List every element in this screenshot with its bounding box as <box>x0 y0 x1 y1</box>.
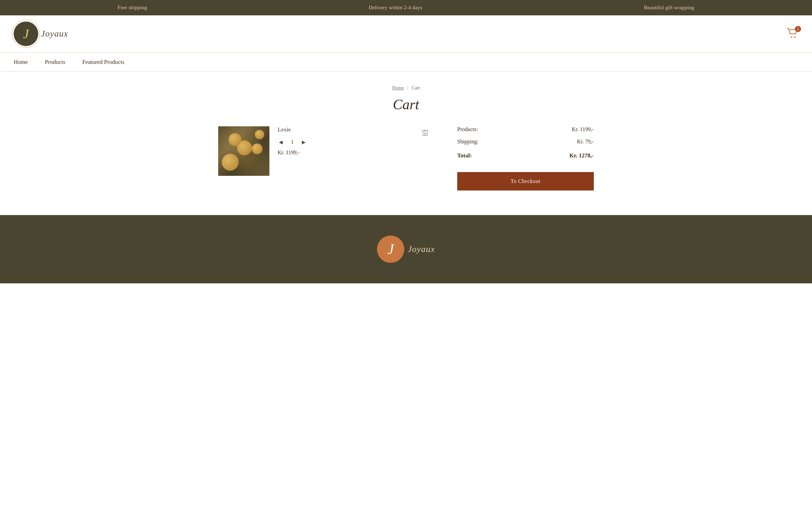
cart-icon-button[interactable]: 1 <box>787 28 798 40</box>
cart-badge: 1 <box>795 26 801 32</box>
nav-item-products[interactable]: Products <box>45 59 66 66</box>
table-row: Lexie ◀ 1 ▶ Kr. 1199,- <box>218 126 430 176</box>
quantity-value: 1 <box>289 139 296 145</box>
svg-point-0 <box>791 37 792 38</box>
logo-circle: J <box>14 22 38 46</box>
shipping-row: Shipping: Kr. 79,- <box>457 139 594 145</box>
breadcrumb-separator: / <box>407 85 408 90</box>
quantity-decrease-button[interactable]: ◀ <box>278 139 284 145</box>
delete-item-button[interactable] <box>420 128 430 140</box>
item-details: Lexie ◀ 1 ▶ Kr. 1199,- <box>278 126 412 156</box>
header: J Joyaux 1 <box>0 15 812 53</box>
product-image <box>218 126 269 176</box>
quantity-control: ◀ 1 ▶ <box>278 139 412 145</box>
footer-logo-area: J Joyaux <box>377 236 435 263</box>
coin-decoration-5 <box>255 130 264 139</box>
logo-letter: J <box>23 26 29 41</box>
checkout-button[interactable]: To Checkout <box>457 172 594 190</box>
banner-item-2: Delivery within 2-4 days <box>369 5 422 11</box>
item-name: Lexie <box>278 126 412 133</box>
coin-decoration-4 <box>252 143 263 154</box>
top-banner: Free shipping Delivery within 2-4 days B… <box>0 0 812 15</box>
footer-logo-circle: J <box>377 236 404 263</box>
products-label: Products: <box>457 126 478 132</box>
trash-icon <box>422 129 429 137</box>
products-value: Kr. 1199,- <box>572 126 594 132</box>
main-nav: Home Products Featured Products <box>0 53 812 72</box>
total-label: Total: <box>457 152 472 159</box>
quantity-increase-button[interactable]: ▶ <box>300 139 307 145</box>
page-title: Cart <box>7 96 805 113</box>
shipping-label: Shipping: <box>457 139 478 145</box>
cart-layout: Lexie ◀ 1 ▶ Kr. 1199,- <box>218 126 594 190</box>
item-price: Kr. 1199,- <box>278 150 412 156</box>
footer-brand-name: Joyaux <box>408 244 435 254</box>
main-content: Home / Cart Cart Lexie <box>0 72 812 215</box>
products-row: Products: Kr. 1199,- <box>457 126 594 132</box>
banner-item-1: Free shipping <box>118 5 147 11</box>
breadcrumb-current: Cart <box>412 85 420 90</box>
nav-item-home[interactable]: Home <box>14 59 28 66</box>
banner-item-3: Beautiful gift wrapping <box>644 5 695 11</box>
cart-items: Lexie ◀ 1 ▶ Kr. 1199,- <box>218 126 430 176</box>
total-value: Kr. 1278,- <box>569 152 594 159</box>
svg-point-1 <box>794 37 796 38</box>
footer: J Joyaux <box>0 215 812 283</box>
total-row: Total: Kr. 1278,- <box>457 151 594 159</box>
breadcrumb: Home / Cart <box>7 85 805 91</box>
order-summary: Products: Kr. 1199,- Shipping: Kr. 79,- … <box>457 126 594 190</box>
logo-area[interactable]: J Joyaux <box>14 22 68 46</box>
coin-decoration <box>222 154 239 171</box>
shipping-value: Kr. 79,- <box>577 139 594 145</box>
brand-name: Joyaux <box>41 29 68 39</box>
footer-logo-letter: J <box>388 241 394 257</box>
nav-item-featured-products[interactable]: Featured Products <box>82 59 124 66</box>
breadcrumb-home[interactable]: Home <box>392 85 404 90</box>
coin-decoration-3 <box>228 133 241 146</box>
